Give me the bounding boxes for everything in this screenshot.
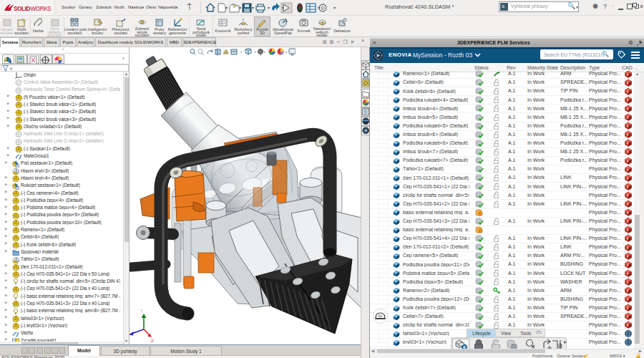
svg-text:SOLID: SOLID — [14, 6, 31, 12]
svg-text:Y: Y — [140, 309, 143, 313]
svg-text:Z: Z — [151, 339, 154, 343]
svg-text:WORKS: WORKS — [31, 6, 52, 12]
